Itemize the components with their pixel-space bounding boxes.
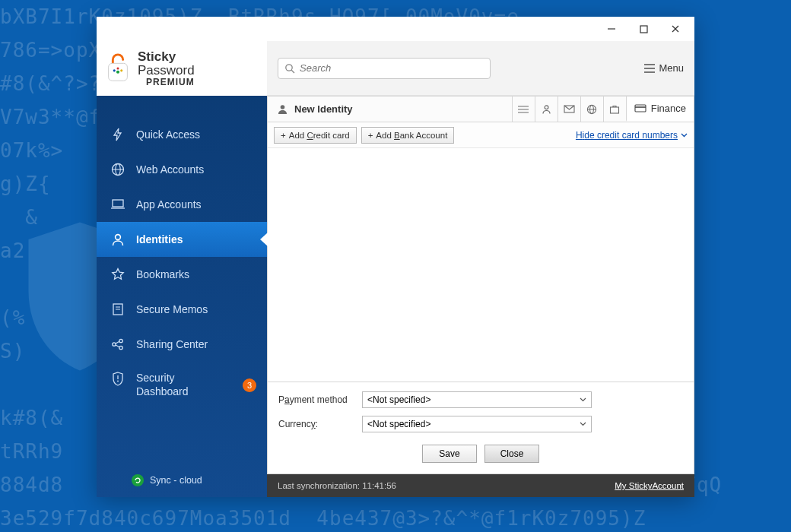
tab-list[interactable] [512,97,535,122]
person-icon [110,232,125,247]
finance-items-area [268,148,694,382]
nav-label: Identities [136,233,183,245]
payment-method-label: Payment method [278,394,362,405]
bolt-icon [110,127,125,142]
nav-bookmarks[interactable]: Bookmarks [97,257,267,292]
identity-tabs: Finance [512,97,694,122]
nav-sharing-center[interactable]: Sharing Center [97,327,267,362]
laptop-icon [110,197,125,212]
window-minimize-button[interactable] [596,18,627,40]
nav-label: App Accounts [136,198,202,211]
svg-line-21 [116,341,119,344]
nav-quick-access[interactable]: Quick Access [97,117,267,152]
star-icon [110,267,125,282]
logo-line2: Password [138,64,195,78]
nav-app-accounts[interactable]: App Accounts [97,187,267,222]
identity-title: New Identity [268,97,512,122]
svg-point-14 [116,235,121,240]
note-icon [110,302,125,317]
search-field[interactable] [278,58,491,79]
logo-line1: Sticky [138,50,195,64]
tab-label: Finance [651,103,686,114]
nav-label: Sharing Center [136,338,208,350]
last-sync-text: Last synchronization: 11:41:56 [278,481,396,490]
window-maximize-button[interactable] [627,18,659,40]
my-account-link[interactable]: My StickyAccount [615,481,684,490]
svg-point-5 [116,71,119,74]
chevron-down-icon [580,422,586,426]
currency-select[interactable]: <Not specified> [362,416,592,432]
main-panel: Menu New Identity [267,41,694,497]
titlebar [97,17,694,41]
nav-label: Secure Memos [136,303,208,315]
payment-method-select[interactable]: <Not specified> [362,391,592,408]
search-icon [284,63,295,74]
content-area: New Identity Finance [267,96,694,474]
plus-icon: + [368,131,373,140]
svg-rect-39 [611,107,619,113]
tab-finance[interactable]: Finance [626,97,694,122]
svg-point-30 [281,105,285,109]
shield-alert-icon [110,372,125,387]
app-logo-icon [104,53,132,84]
identity-name: New Identity [294,103,353,115]
tab-person[interactable] [535,97,558,122]
nav-web-accounts[interactable]: Web Accounts [97,152,267,187]
svg-point-6 [113,69,116,71]
tab-mail[interactable] [558,97,580,122]
menu-button[interactable]: Menu [644,62,684,74]
svg-line-22 [116,345,119,347]
close-button[interactable]: Close [484,445,539,463]
select-value: <Not specified> [367,419,430,429]
svg-point-20 [119,346,122,349]
save-button[interactable]: Save [422,445,477,463]
identity-header: New Identity Finance [268,97,694,122]
globe-icon [110,162,125,177]
share-icon [110,337,125,352]
svg-point-25 [286,64,292,70]
nav-secure-memos[interactable]: Secure Memos [97,292,267,327]
nav-label: Web Accounts [136,163,204,176]
add-bank-account-button[interactable]: + Add Bank Account [361,127,455,144]
sync-icon [132,474,144,486]
person-icon [277,103,288,115]
nav-security-dashboard[interactable]: Security Dashboard 3 [97,362,267,408]
hide-card-numbers-link[interactable]: Hide credit card numbers [576,130,688,141]
form-buttons: Save Close [278,440,683,466]
svg-point-8 [116,67,119,69]
svg-point-34 [545,106,548,109]
svg-rect-12 [113,200,123,207]
nav-identities[interactable]: Identities [97,222,267,257]
tab-business[interactable] [603,97,626,122]
chevron-down-icon [681,133,688,138]
nav-label: Bookmarks [136,268,189,280]
alert-badge: 3 [243,378,256,392]
svg-line-26 [291,70,294,73]
select-value: <Not specified> [367,394,430,405]
sync-status[interactable]: Sync - cloud [97,464,267,497]
nav-label: Security Dashboard [136,372,189,398]
nav-label: Quick Access [136,128,200,141]
card-icon [634,104,646,112]
nav: Quick Access Web Accounts App Accounts I… [97,96,267,464]
finance-form: Payment method <Not specified> Currency:… [268,382,694,473]
statusbar: Last synchronization: 11:41:56 My Sticky… [267,474,694,497]
svg-point-19 [119,339,122,342]
chevron-down-icon [580,397,586,402]
finance-toolbar: + Add Credit card + Add Bank Account Hid… [268,122,694,148]
sync-label: Sync - cloud [150,475,202,486]
logo-line3: PREMIUM [138,78,195,87]
hamburger-icon [644,64,655,73]
logo: Sticky Password PREMIUM [97,41,267,96]
add-credit-card-button[interactable]: + Add Credit card [274,127,357,144]
currency-label: Currency: [278,419,362,429]
svg-rect-1 [640,26,647,33]
menu-label: Menu [659,62,684,74]
svg-rect-40 [635,105,646,112]
svg-point-7 [120,69,122,71]
app-window: Sticky Password PREMIUM Quick Access Web… [97,17,694,497]
search-input[interactable] [300,62,484,74]
window-close-button[interactable] [659,18,691,40]
tab-web[interactable] [580,97,603,122]
svg-point-18 [113,343,116,346]
